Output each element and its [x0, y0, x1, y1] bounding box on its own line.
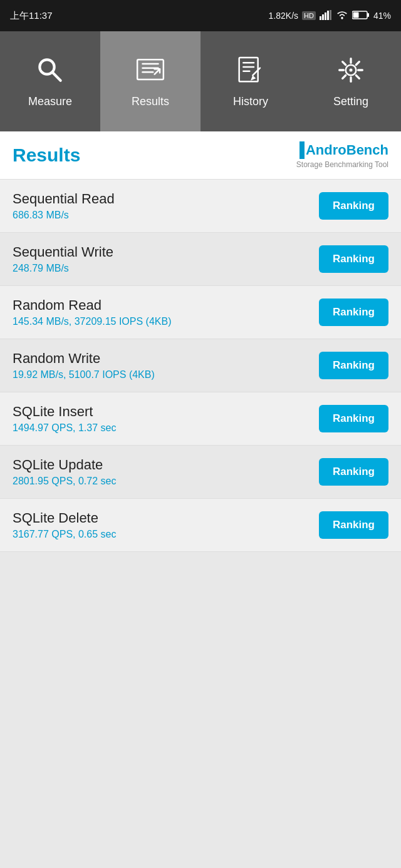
result-info: SQLite Delete 3167.77 QPS, 0.65 sec [13, 510, 116, 540]
page-title: Results [13, 145, 80, 166]
svg-rect-2 [325, 13, 326, 20]
status-bar: 上午11:37 1.82K/s HD [0, 0, 401, 31]
result-info: Random Write 19.92 MB/s, 5100.7 IOPS (4K… [13, 350, 155, 380]
svg-point-5 [341, 17, 343, 19]
svg-line-31 [343, 75, 346, 78]
brand-subtitle: Storage Benchmarking Tool [296, 160, 388, 169]
results-header: Results AndroBench Storage Benchmarking … [0, 131, 401, 180]
result-item: Sequential Read 686.83 MB/s Ranking [0, 180, 401, 233]
nav-tabs: Measure Results [0, 31, 401, 131]
battery-percent: 41% [373, 11, 391, 21]
tab-results-label: Results [132, 95, 169, 108]
results-icon [135, 54, 166, 90]
ranking-button[interactable]: Ranking [319, 299, 388, 326]
ranking-button[interactable]: Ranking [319, 352, 388, 379]
result-value: 19.92 MB/s, 5100.7 IOPS (4KB) [13, 369, 155, 380]
hd-icon: HD [302, 11, 316, 20]
ranking-button[interactable]: Ranking [319, 458, 388, 486]
signal-icon [320, 10, 332, 22]
result-info: SQLite Update 2801.95 QPS, 0.72 sec [13, 457, 116, 487]
setting-icon [335, 54, 367, 90]
ranking-button[interactable]: Ranking [319, 511, 388, 539]
result-info: Sequential Read 686.83 MB/s [13, 191, 115, 221]
svg-line-30 [356, 62, 359, 65]
svg-line-29 [356, 75, 359, 78]
ranking-button[interactable]: Ranking [319, 405, 388, 432]
status-time: 上午11:37 [10, 10, 53, 22]
result-value: 3167.77 QPS, 0.65 sec [13, 529, 116, 540]
svg-line-10 [52, 72, 60, 80]
brand-accent [299, 141, 305, 159]
svg-line-20 [253, 68, 260, 76]
tab-history-label: History [233, 95, 268, 108]
network-speed: 1.82K/s [269, 11, 298, 21]
ranking-button[interactable]: Ranking [319, 192, 388, 220]
result-item: Sequential Write 248.79 MB/s Ranking [0, 233, 401, 286]
brand-highlight: Andro [306, 142, 346, 158]
svg-line-28 [343, 62, 346, 65]
result-list: Sequential Read 686.83 MB/s Ranking Sequ… [0, 180, 401, 552]
result-info: Sequential Write 248.79 MB/s [13, 244, 113, 274]
result-name: Random Read [13, 297, 171, 314]
wifi-icon [336, 10, 348, 22]
svg-rect-0 [320, 16, 321, 20]
tab-measure[interactable]: Measure [0, 31, 100, 131]
result-item: Random Read 145.34 MB/s, 37209.15 IOPS (… [0, 286, 401, 339]
result-value: 686.83 MB/s [13, 210, 115, 221]
tab-setting-label: Setting [333, 95, 368, 108]
result-info: SQLite Insert 1494.97 QPS, 1.37 sec [13, 404, 116, 434]
battery-icon [352, 10, 370, 22]
result-item: SQLite Delete 3167.77 QPS, 0.65 sec Rank… [0, 499, 401, 552]
result-item: Random Write 19.92 MB/s, 5100.7 IOPS (4K… [0, 339, 401, 392]
tab-results[interactable]: Results [100, 31, 200, 131]
result-info: Random Read 145.34 MB/s, 37209.15 IOPS (… [13, 297, 171, 327]
svg-rect-4 [330, 10, 331, 20]
tab-setting[interactable]: Setting [301, 31, 401, 131]
result-value: 2801.95 QPS, 0.72 sec [13, 476, 116, 487]
ranking-button[interactable]: Ranking [319, 245, 388, 273]
status-right: 1.82K/s HD 4 [269, 10, 391, 22]
svg-rect-8 [353, 12, 358, 18]
result-value: 248.79 MB/s [13, 263, 113, 274]
result-name: SQLite Update [13, 457, 116, 473]
search-icon [34, 54, 66, 90]
tab-measure-label: Measure [28, 95, 72, 108]
result-item: SQLite Insert 1494.97 QPS, 1.37 sec Rank… [0, 392, 401, 446]
brand-normal: Bench [346, 142, 388, 158]
result-name: SQLite Insert [13, 404, 116, 420]
result-value: 145.34 MB/s, 37209.15 IOPS (4KB) [13, 316, 171, 327]
brand-name: AndroBench [306, 142, 388, 158]
result-name: SQLite Delete [13, 510, 116, 526]
svg-rect-3 [327, 11, 329, 20]
svg-rect-1 [322, 14, 324, 20]
svg-marker-21 [251, 75, 256, 80]
result-name: Random Write [13, 350, 155, 367]
history-icon [235, 54, 266, 90]
result-name: Sequential Write [13, 244, 113, 260]
brand-logo: AndroBench Storage Benchmarking Tool [296, 141, 388, 169]
result-value: 1494.97 QPS, 1.37 sec [13, 422, 116, 434]
tab-history[interactable]: History [200, 31, 301, 131]
svg-point-23 [350, 69, 353, 72]
svg-rect-7 [367, 13, 369, 17]
result-name: Sequential Read [13, 191, 115, 207]
result-item: SQLite Update 2801.95 QPS, 0.72 sec Rank… [0, 446, 401, 499]
